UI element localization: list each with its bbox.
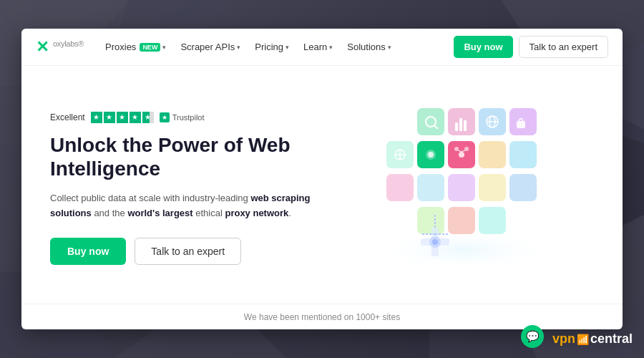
- vpn-label: vpn: [552, 332, 575, 347]
- logo[interactable]: ✕ oxylabs®: [36, 38, 84, 57]
- svg-rect-32: [464, 120, 467, 131]
- iso-grid-wrapper: [364, 102, 564, 274]
- star-5-half: ★: [142, 112, 154, 123]
- svg-point-41: [428, 152, 434, 158]
- logo-icon: ✕: [36, 38, 49, 57]
- navbar: ✕ oxylabs® Proxies NEW ▾ Scraper APIs ▾ …: [21, 29, 623, 66]
- svg-rect-20: [386, 174, 414, 201]
- trustpilot-row: Excellent ★ ★ ★ ★ ★ ★ Trustpilot: [50, 112, 333, 123]
- nav-item-pricing[interactable]: Pricing ▾: [249, 37, 295, 57]
- new-badge: NEW: [140, 43, 160, 52]
- signal-icon: 📶: [577, 334, 589, 345]
- svg-rect-18: [479, 141, 506, 168]
- svg-rect-26: [448, 207, 475, 234]
- svg-rect-23: [479, 174, 506, 201]
- chevron-down-icon: ▾: [286, 44, 289, 51]
- trustpilot-logo: ★ Trustpilot: [160, 112, 205, 122]
- hero-title: Unlock the Power of Web Intelligence: [50, 133, 333, 181]
- mention-text: We have been mentioned on 1000+ sites: [244, 312, 400, 322]
- nav-expert-button[interactable]: Talk to an expert: [519, 36, 608, 58]
- chat-bubble-button[interactable]: 💬: [521, 325, 544, 348]
- logo-superscript: ®: [78, 39, 84, 48]
- svg-point-42: [459, 152, 464, 158]
- main-content: Excellent ★ ★ ★ ★ ★ ★ Trustpilot Unlock …: [21, 66, 623, 304]
- nav-item-learn[interactable]: Learn ▾: [298, 37, 338, 57]
- hero-left: Excellent ★ ★ ★ ★ ★ ★ Trustpilot Unlock …: [50, 105, 333, 266]
- nav-item-proxies[interactable]: Proxies NEW ▾: [99, 37, 172, 57]
- chevron-down-icon: ▾: [162, 44, 166, 51]
- star-3: ★: [117, 112, 128, 123]
- trustpilot-icon: ★: [160, 112, 170, 122]
- nav-item-solutions[interactable]: Solutions ▾: [341, 37, 396, 57]
- star-4: ★: [130, 112, 141, 123]
- star-2: ★: [104, 112, 115, 123]
- svg-rect-24: [509, 174, 537, 201]
- svg-rect-21: [417, 174, 444, 201]
- logo-text: oxylabs®: [53, 39, 84, 54]
- star-rating: ★ ★ ★ ★ ★: [91, 112, 154, 123]
- hero-buy-button[interactable]: Buy now: [50, 238, 126, 265]
- svg-point-50: [432, 239, 438, 245]
- browser-window: ✕ oxylabs® Proxies NEW ▾ Scraper APIs ▾ …: [21, 29, 623, 329]
- chevron-down-icon: ▾: [329, 44, 333, 51]
- nav-items: Proxies NEW ▾ Scraper APIs ▾ Pricing ▾ L…: [99, 37, 449, 57]
- central-label: central: [590, 332, 633, 347]
- hero-buttons: Buy now Talk to an expert: [50, 238, 333, 265]
- nav-cta: Buy now Talk to an expert: [454, 36, 608, 58]
- svg-rect-30: [455, 122, 458, 131]
- svg-rect-25: [417, 207, 444, 234]
- chevron-down-icon: ▾: [237, 44, 240, 51]
- hero-description: Collect public data at scale with indust…: [50, 191, 322, 221]
- svg-rect-11: [417, 108, 444, 135]
- vpn-text: vpn 📶 central: [552, 332, 633, 347]
- svg-rect-27: [479, 207, 506, 234]
- nav-buy-button[interactable]: Buy now: [454, 36, 512, 58]
- svg-rect-19: [509, 141, 537, 168]
- chat-icon: 💬: [526, 330, 540, 343]
- chevron-down-icon: ▾: [388, 44, 391, 51]
- star-1: ★: [91, 112, 102, 123]
- trustpilot-label: Excellent: [50, 112, 85, 122]
- vpn-central-badge: vpn 📶 central: [552, 332, 633, 347]
- hero-expert-button[interactable]: Talk to an expert: [135, 238, 241, 265]
- hero-illustration: [333, 66, 594, 304]
- svg-rect-31: [459, 118, 462, 131]
- svg-rect-22: [448, 174, 475, 201]
- svg-rect-36: [517, 121, 525, 128]
- nav-item-scraper-apis[interactable]: Scraper APIs ▾: [175, 37, 246, 57]
